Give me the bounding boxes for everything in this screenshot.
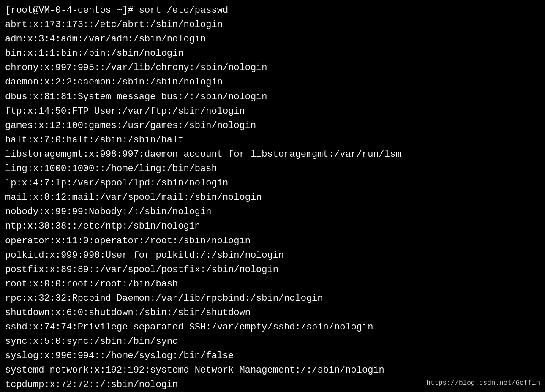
line-16: operator:x:11:0:operator:/root:/sbin/nol… xyxy=(5,234,540,248)
line-9: halt:x:7:0:halt:/sbin:/sbin/halt xyxy=(5,133,540,147)
line-12: lp:x:4:7:lp:/var/spool/lpd:/sbin/nologin xyxy=(5,176,540,191)
terminal-window: [root@VM-0-4-centos ~]# sort /etc/passwd… xyxy=(0,0,545,392)
line-15: ntp:x:38:38::/etc/ntp:/sbin/nologin xyxy=(5,219,540,234)
line-19: root:x:0:0:root:/root:/bin/bash xyxy=(5,277,540,291)
watermark: https://blog.csdn.net/Geffin xyxy=(426,378,540,389)
line-2: adm:x:3:4:adm:/var/adm:/sbin/nologin xyxy=(5,32,540,46)
line-17: polkitd:x:999:998:User for polkitd:/:/sb… xyxy=(5,248,540,263)
line-14: nobody:x:99:99:Nobody:/:/sbin/nologin xyxy=(5,205,540,219)
line-8: games:x:12:100:games:/usr/games:/sbin/no… xyxy=(5,119,540,133)
line-25: systemd-network:x:192:192:systemd Networ… xyxy=(5,363,540,378)
line-7: ftp:x:14:50:FTP User:/var/ftp:/sbin/nolo… xyxy=(5,104,540,119)
line-11: ling:x:1000:1000::/home/ling:/bin/bash xyxy=(5,162,540,176)
line-21: shutdown:x:6:0:shutdown:/sbin:/sbin/shut… xyxy=(5,306,540,320)
line-24: syslog:x:996:994::/home/syslog:/bin/fals… xyxy=(5,349,540,363)
line-4: chrony:x:997:995::/var/lib/chrony:/sbin/… xyxy=(5,61,540,75)
line-23: sync:x:5:0:sync:/sbin:/bin/sync xyxy=(5,335,540,349)
line-18: postfix:x:89:89::/var/spool/postfix:/sbi… xyxy=(5,263,540,277)
line-1: abrt:x:173:173::/etc/abrt:/sbin/nologin xyxy=(5,18,540,32)
line-3: bin:x:1:1:bin:/bin:/sbin/nologin xyxy=(5,46,540,61)
line-20: rpc:x:32:32:Rpcbind Daemon:/var/lib/rpcb… xyxy=(5,291,540,306)
line-5: daemon:x:2:2:daemon:/sbin:/sbin/nologin xyxy=(5,75,540,90)
line-22: sshd:x:74:74:Privilege-separated SSH:/va… xyxy=(5,320,540,335)
line-13: mail:x:8:12:mail:/var/spool/mail:/sbin/n… xyxy=(5,191,540,205)
prompt-line: [root@VM-0-4-centos ~]# sort /etc/passwd xyxy=(5,3,540,18)
line-10: libstoragemgmt:x:998:997:daemon account … xyxy=(5,147,540,162)
line-6: dbus:x:81:81:System message bus:/:/sbin/… xyxy=(5,90,540,104)
